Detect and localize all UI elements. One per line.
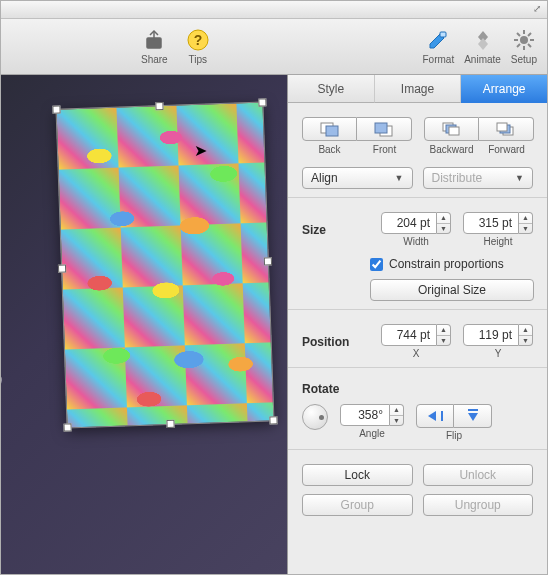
share-button[interactable]: Share	[141, 28, 168, 65]
y-caption: Y	[495, 348, 502, 359]
selected-image[interactable]	[55, 101, 274, 428]
constrain-checkbox-input[interactable]	[370, 258, 383, 271]
format-button[interactable]: Format	[423, 28, 455, 65]
resize-handle-r[interactable]	[264, 257, 272, 265]
y-field[interactable]	[463, 324, 519, 346]
svg-rect-3	[440, 32, 446, 37]
size-panel: Size ▲▼ Width ▲▼	[288, 198, 547, 310]
position-panel: Position ▲▼ X ▲▼	[288, 310, 547, 368]
animate-icon	[471, 28, 495, 52]
resize-handle-bl[interactable]	[63, 423, 71, 431]
toolbar: Share ? Tips Format Animate Setup	[1, 19, 547, 75]
front-label: Front	[357, 144, 412, 155]
resize-handle-l[interactable]	[58, 264, 66, 272]
height-field[interactable]	[463, 212, 519, 234]
height-stepper[interactable]: ▲▼	[519, 212, 533, 234]
layer-forward-icon	[495, 121, 517, 137]
angle-field[interactable]	[340, 404, 390, 426]
inspector: Style Image Arrange	[288, 75, 547, 574]
flip-vertical-button[interactable]	[454, 404, 492, 428]
lock-button[interactable]: Lock	[302, 464, 413, 486]
svg-point-4	[520, 36, 528, 44]
format-label: Format	[423, 54, 455, 65]
angle-stepper[interactable]: ▲▼	[390, 404, 404, 426]
tips-label: Tips	[188, 54, 207, 65]
flip-vertical-icon	[464, 409, 482, 423]
tab-image[interactable]: Image	[375, 75, 462, 103]
svg-line-11	[517, 44, 520, 47]
backward-label: Backward	[424, 144, 479, 155]
back-label: Back	[302, 144, 357, 155]
canvas[interactable]: e ➤	[1, 75, 288, 574]
format-icon	[426, 28, 450, 52]
size-label: Size	[302, 223, 362, 237]
share-icon	[142, 28, 166, 52]
tab-style[interactable]: Style	[288, 75, 375, 103]
svg-line-9	[517, 33, 520, 36]
svg-text:?: ?	[193, 32, 202, 48]
align-dropdown[interactable]: Align ▼	[302, 167, 413, 189]
ungroup-button: Ungroup	[423, 494, 534, 516]
x-caption: X	[413, 348, 420, 359]
svg-line-10	[528, 44, 531, 47]
forward-label: Forward	[479, 144, 534, 155]
position-label: Position	[302, 335, 362, 349]
svg-rect-19	[449, 127, 459, 135]
animate-label: Animate	[464, 54, 501, 65]
flip-horizontal-button[interactable]	[416, 404, 454, 428]
height-caption: Height	[484, 236, 513, 247]
setup-button[interactable]: Setup	[511, 28, 537, 65]
width-caption: Width	[403, 236, 429, 247]
constrain-label: Constrain proportions	[389, 257, 504, 271]
width-field[interactable]	[381, 212, 437, 234]
resize-handle-tl[interactable]	[52, 106, 60, 114]
order-panel: Back Front Backward Forward Align ▼ Dist…	[288, 103, 547, 198]
y-stepper[interactable]: ▲▼	[519, 324, 533, 346]
tab-arrange[interactable]: Arrange	[461, 75, 547, 103]
flip-caption: Flip	[446, 430, 462, 441]
setup-icon	[512, 28, 536, 52]
app-window: ⤢ Share ? Tips Format Animate	[0, 0, 548, 575]
send-backward-button[interactable]	[424, 117, 479, 141]
svg-rect-16	[375, 123, 387, 133]
resize-handle-b[interactable]	[166, 420, 174, 428]
setup-label: Setup	[511, 54, 537, 65]
resize-handle-tr[interactable]	[258, 98, 266, 106]
animate-button[interactable]: Animate	[464, 28, 501, 65]
svg-line-12	[528, 33, 531, 36]
group-button: Group	[302, 494, 413, 516]
chevron-down-icon: ▼	[395, 173, 404, 183]
main-area: e ➤ Style Image Arrange	[1, 75, 547, 574]
x-stepper[interactable]: ▲▼	[437, 324, 451, 346]
bring-forward-button[interactable]	[479, 117, 534, 141]
layer-front-icon	[373, 121, 395, 137]
layer-backward-icon	[441, 121, 463, 137]
svg-rect-22	[497, 123, 507, 131]
expand-icon[interactable]: ⤢	[533, 3, 541, 14]
inspector-tabs: Style Image Arrange	[288, 75, 547, 103]
bring-to-front-button[interactable]	[357, 117, 412, 141]
chevron-down-icon: ▼	[515, 173, 524, 183]
titlebar: ⤢	[1, 1, 547, 19]
flip-horizontal-icon	[426, 409, 444, 423]
distribute-label: Distribute	[432, 171, 483, 185]
rotate-label: Rotate	[302, 382, 362, 396]
width-stepper[interactable]: ▲▼	[437, 212, 451, 234]
unlock-button: Unlock	[423, 464, 534, 486]
resize-handle-t[interactable]	[155, 102, 163, 110]
svg-rect-14	[326, 126, 338, 136]
original-size-button[interactable]: Original Size	[370, 279, 534, 301]
rotation-dial[interactable]	[302, 404, 328, 430]
distribute-dropdown: Distribute ▼	[423, 167, 534, 189]
tips-icon: ?	[186, 28, 210, 52]
send-to-back-button[interactable]	[302, 117, 357, 141]
background-text: e	[1, 316, 4, 454]
lock-group-panel: Lock Unlock Group Ungroup	[288, 450, 547, 532]
share-label: Share	[141, 54, 168, 65]
angle-caption: Angle	[359, 428, 385, 439]
x-field[interactable]	[381, 324, 437, 346]
constrain-proportions-checkbox[interactable]: Constrain proportions	[370, 257, 533, 271]
resize-handle-br[interactable]	[269, 416, 277, 424]
align-label: Align	[311, 171, 338, 185]
tips-button[interactable]: ? Tips	[186, 28, 210, 65]
